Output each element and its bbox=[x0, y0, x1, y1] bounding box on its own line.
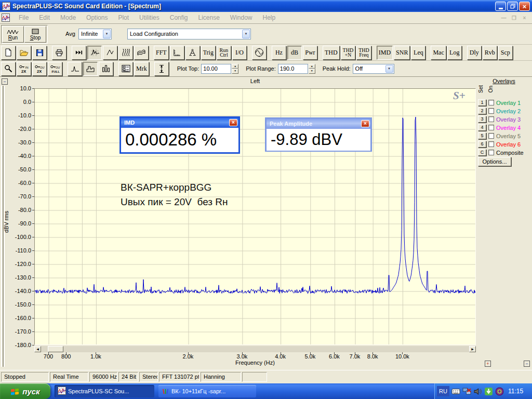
overlay-set-button-5[interactable]: 5 bbox=[478, 132, 486, 139]
start-button[interactable]: пуск bbox=[0, 383, 50, 399]
menu-license[interactable]: License bbox=[193, 14, 224, 21]
overlay-set-button-2[interactable]: 2 bbox=[478, 108, 486, 114]
hz-units-button[interactable]: Hz bbox=[272, 46, 286, 60]
menu-options[interactable]: Options bbox=[81, 14, 113, 21]
scp-button[interactable]: Scp bbox=[498, 46, 513, 60]
overlay-set-button-3[interactable]: 3 bbox=[478, 116, 486, 123]
update-icon[interactable] bbox=[484, 387, 493, 396]
spectrogram-display-button[interactable] bbox=[118, 46, 133, 60]
pwr-units-button[interactable]: Pwr bbox=[303, 46, 317, 60]
rvb-button[interactable]: Rvb bbox=[483, 46, 497, 60]
vertical-scale-button[interactable] bbox=[154, 62, 169, 76]
marker-button[interactable]: Mrk bbox=[134, 62, 149, 76]
overlays-options-button[interactable]: Options... bbox=[478, 157, 511, 166]
keyboard-icon[interactable] bbox=[451, 387, 460, 396]
menu-utilities[interactable]: Utilities bbox=[134, 14, 165, 21]
leq-button[interactable]: Leq bbox=[411, 46, 425, 60]
scrollbar-thumb[interactable] bbox=[48, 346, 63, 352]
imd-close-icon[interactable]: × bbox=[229, 119, 237, 126]
line-display-button[interactable] bbox=[68, 62, 82, 76]
run-button[interactable]: Run bbox=[2, 26, 24, 43]
surface-display-button[interactable] bbox=[134, 46, 149, 60]
zoom-out-box-button[interactable]: − bbox=[524, 361, 530, 367]
imd-button[interactable]: IMD bbox=[377, 46, 393, 60]
signal-generator-button[interactable] bbox=[252, 46, 267, 60]
pass-through-button[interactable] bbox=[72, 46, 86, 60]
zoom-out-2x-button[interactable]: OUT2X bbox=[32, 62, 47, 76]
log-button[interactable]: Log bbox=[447, 46, 462, 60]
plot-range-spinner[interactable]: ▲▼ bbox=[309, 64, 315, 74]
minimize-button[interactable] bbox=[495, 2, 506, 11]
spin-up-icon[interactable]: ▲ bbox=[309, 64, 315, 69]
overlay-on-checkbox-1[interactable] bbox=[488, 100, 494, 105]
imd-window-titlebar[interactable]: IMD × bbox=[121, 118, 238, 128]
plot-top-input[interactable]: 10.00 bbox=[201, 64, 231, 74]
menu-mode[interactable]: Mode bbox=[55, 14, 81, 21]
mac-button[interactable]: Mac bbox=[431, 46, 446, 60]
overlay-on-checkbox-C[interactable] bbox=[488, 150, 494, 155]
overlay-on-checkbox-5[interactable] bbox=[488, 133, 494, 139]
fill-display-button[interactable] bbox=[83, 62, 98, 76]
zoom-in-box-button[interactable]: + bbox=[485, 361, 491, 367]
overlay-set-button-4[interactable]: 4 bbox=[478, 124, 486, 131]
load-configuration-select[interactable]: Load Configuration ▼ bbox=[127, 29, 251, 39]
dly-button[interactable]: Dly bbox=[467, 46, 482, 60]
overlay-set-button-6[interactable]: 6 bbox=[478, 141, 486, 148]
volume-icon[interactable] bbox=[473, 387, 482, 396]
overlay-on-checkbox-3[interactable] bbox=[488, 116, 494, 122]
mdi-restore-button[interactable]: ❒ bbox=[510, 14, 518, 22]
run-control-button[interactable]: RunCtrl bbox=[217, 46, 231, 60]
plot-options-button[interactable] bbox=[118, 62, 133, 76]
fft-settings-button[interactable]: FFT bbox=[154, 46, 169, 60]
peak-close-icon[interactable]: × bbox=[361, 120, 369, 127]
restore-button[interactable] bbox=[507, 2, 518, 11]
db-units-button[interactable]: dB bbox=[287, 46, 302, 60]
overlay-set-button-1[interactable]: 1 bbox=[478, 99, 486, 106]
scroll-right-icon[interactable]: ▶ bbox=[469, 346, 476, 352]
menu-file[interactable]: File bbox=[14, 14, 34, 21]
antivirus-icon[interactable] bbox=[495, 387, 504, 396]
zoom-in-2x-button[interactable]: IN2X bbox=[17, 62, 31, 76]
plot-horizontal-scrollbar[interactable]: ◀ ▶ bbox=[34, 346, 476, 352]
taskbar-item-image[interactable]: ВК- 10+11кГц -sapr... bbox=[158, 385, 256, 397]
thd-freq-button[interactable]: THDFreq bbox=[356, 46, 371, 60]
snr-button[interactable]: SNR bbox=[394, 46, 410, 60]
thd-button[interactable]: THD bbox=[323, 46, 340, 60]
menu-help[interactable]: Help bbox=[258, 14, 281, 21]
open-file-button[interactable] bbox=[17, 46, 31, 60]
plot-range-input[interactable]: 190.0 bbox=[278, 64, 308, 74]
io-device-button[interactable]: I/O bbox=[232, 46, 247, 60]
language-indicator[interactable]: RU bbox=[437, 386, 449, 396]
spin-down-icon[interactable]: ▼ bbox=[232, 69, 238, 74]
waveform-display-button[interactable] bbox=[103, 46, 117, 60]
trigger-button[interactable]: Trig bbox=[201, 46, 216, 60]
zoom-button[interactable] bbox=[1, 62, 16, 76]
scroll-left-icon[interactable]: ◀ bbox=[34, 346, 41, 352]
save-file-button[interactable] bbox=[32, 46, 47, 60]
overlay-on-checkbox-4[interactable] bbox=[488, 125, 494, 130]
zoom-out-full-button[interactable]: OUTFULL bbox=[48, 62, 62, 76]
peak-window-titlebar[interactable]: Peak Amplitude × bbox=[267, 119, 370, 129]
plot-top-spinner[interactable]: ▲▼ bbox=[232, 64, 238, 74]
mdi-minimize-button[interactable]: — bbox=[499, 14, 508, 22]
overlay-on-checkbox-2[interactable] bbox=[488, 108, 494, 114]
bar-display-button[interactable] bbox=[99, 62, 113, 76]
calibration-button[interactable] bbox=[185, 46, 200, 60]
averaging-select[interactable]: Infinite ▼ bbox=[78, 29, 112, 39]
menu-window[interactable]: Window bbox=[225, 14, 258, 21]
peak-hold-select[interactable]: Off ▼ bbox=[353, 64, 394, 74]
taskbar-item-spectraplus[interactable]: SpectraPLUS-SC Sou... bbox=[55, 385, 154, 397]
scaling-button[interactable] bbox=[170, 46, 184, 60]
print-button[interactable] bbox=[52, 46, 66, 60]
spin-down-icon[interactable]: ▼ bbox=[309, 69, 315, 74]
new-file-button[interactable] bbox=[1, 46, 16, 60]
close-button[interactable]: × bbox=[519, 2, 530, 11]
spin-up-icon[interactable]: ▲ bbox=[232, 64, 238, 69]
stop-button[interactable]: Stop bbox=[24, 26, 46, 43]
collapse-pane-button[interactable]: − bbox=[2, 78, 8, 85]
spectrum-display-button[interactable] bbox=[87, 46, 102, 60]
menu-plot[interactable]: Plot bbox=[113, 14, 134, 21]
overlay-set-button-C[interactable]: C bbox=[478, 149, 486, 156]
menu-edit[interactable]: Edit bbox=[34, 14, 55, 21]
network-disconnected-icon[interactable] bbox=[462, 387, 471, 396]
